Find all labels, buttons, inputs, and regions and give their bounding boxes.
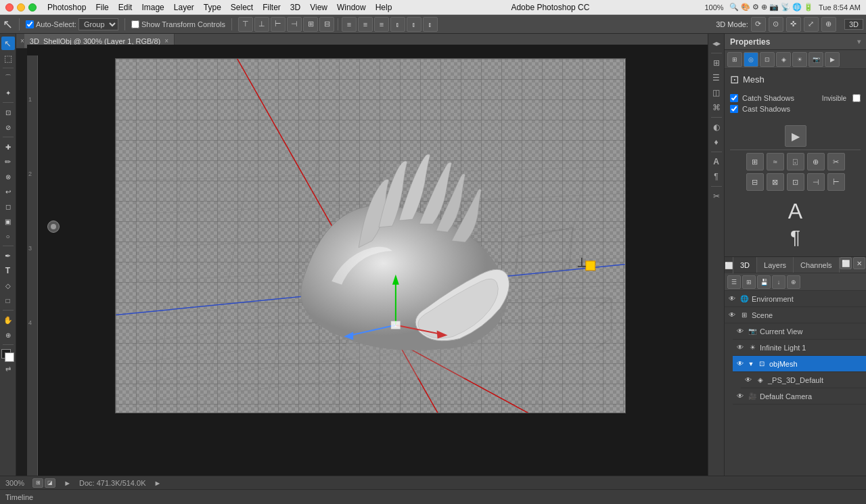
prop-3d-icon[interactable]: ◎ bbox=[744, 52, 758, 67]
menu-photoshop[interactable]: Photoshop bbox=[43, 1, 90, 14]
menu-image[interactable]: Image bbox=[137, 1, 168, 14]
selection-tool[interactable]: ⬚ bbox=[1, 51, 15, 65]
dist-hmid[interactable]: ⫾ bbox=[407, 17, 421, 32]
panel-toggle-btn[interactable]: ◀▶ bbox=[710, 37, 723, 50]
layer-obj-mesh[interactable]: 👁 ▼ ⊡ objMesh bbox=[733, 356, 866, 372]
icon-btn-8[interactable]: ⊡ bbox=[787, 173, 804, 191]
tab-layers[interactable]: Layers bbox=[757, 257, 794, 273]
menu-layer[interactable]: Layer bbox=[170, 1, 198, 14]
path-tool[interactable]: ◇ bbox=[1, 279, 15, 292]
maximize-button[interactable] bbox=[28, 3, 37, 12]
icon-btn-9[interactable]: ⊣ bbox=[807, 173, 825, 191]
icon-btn-4[interactable]: ⊕ bbox=[807, 153, 825, 170]
auto-select-checkbox[interactable] bbox=[26, 20, 34, 28]
icon-btn-6[interactable]: ⊟ bbox=[746, 173, 764, 191]
3d-rotate-btn[interactable]: ⟳ bbox=[751, 17, 766, 32]
dist-left[interactable]: ⫾ bbox=[390, 17, 405, 32]
icon-btn-10[interactable]: ⊢ bbox=[827, 173, 845, 191]
new-group-btn[interactable]: ⊞ bbox=[742, 275, 756, 289]
menu-filter[interactable]: Filter bbox=[258, 1, 285, 14]
menu-file[interactable]: File bbox=[91, 1, 112, 14]
view-indicator[interactable] bbox=[47, 221, 60, 233]
crop-tool[interactable]: ⊡ bbox=[1, 106, 15, 119]
layer-settings-btn[interactable]: ↓ bbox=[772, 275, 785, 289]
layer-default-camera[interactable]: 👁 🎥 Default Camera bbox=[733, 388, 866, 405]
swap-colors-icon[interactable]: ⇄ bbox=[5, 365, 11, 373]
dist-top[interactable]: ≡ bbox=[342, 17, 357, 32]
clone-tool[interactable]: ⊗ bbox=[1, 170, 15, 183]
menu-3d[interactable]: 3D bbox=[286, 1, 304, 14]
icon-btn-2[interactable]: ≈ bbox=[767, 153, 784, 170]
save-layers-btn[interactable]: 💾 bbox=[757, 275, 771, 289]
3d-scale-btn[interactable]: ⊕ bbox=[821, 17, 836, 32]
menu-edit[interactable]: Edit bbox=[114, 1, 137, 14]
dist-vmid[interactable]: ≡ bbox=[358, 17, 373, 32]
magic-wand-tool[interactable]: ✦ bbox=[1, 86, 15, 99]
pen-tool[interactable]: ✒ bbox=[1, 249, 15, 262]
3d-pan-btn[interactable]: ✜ bbox=[786, 17, 801, 32]
align-hmid[interactable]: ⊞ bbox=[303, 17, 318, 32]
icon-btn-3[interactable]: ⌺ bbox=[787, 153, 804, 170]
timeline-label[interactable]: Timeline bbox=[5, 493, 33, 501]
lasso-tool[interactable]: ⌒ bbox=[1, 71, 15, 85]
view-btn-2[interactable]: ◪ bbox=[45, 478, 55, 488]
auto-select-dropdown[interactable]: Group Layer bbox=[78, 18, 118, 30]
eye-environment[interactable]: 👁 bbox=[727, 294, 737, 304]
zoom-tool[interactable]: ⊕ bbox=[1, 328, 15, 342]
layer-infinite-light[interactable]: 👁 ☀ Infinite Light 1 bbox=[733, 340, 866, 356]
view-btn-1[interactable]: ⊞ bbox=[32, 478, 43, 488]
align-top[interactable]: ⊤ bbox=[238, 17, 253, 32]
layer-ps-3d-default[interactable]: 👁 ◈ _PS_3D_Default bbox=[741, 372, 866, 388]
prop-filter-icon[interactable]: ⊞ bbox=[727, 52, 742, 67]
filter-layers-btn[interactable]: ☰ bbox=[727, 275, 741, 289]
menu-view[interactable]: View bbox=[306, 1, 332, 14]
eye-infinite-light[interactable]: 👁 bbox=[735, 343, 745, 352]
color-picker[interactable] bbox=[1, 349, 15, 363]
catch-shadows-checkbox[interactable] bbox=[730, 94, 738, 102]
play-btn[interactable]: ▶ bbox=[785, 125, 806, 147]
3d-slide-btn[interactable]: ⤢ bbox=[804, 17, 819, 32]
prop-light-icon[interactable]: ☀ bbox=[792, 52, 807, 67]
prop-camera-icon[interactable]: 📷 bbox=[808, 52, 823, 67]
eyedropper-tool[interactable]: ⊘ bbox=[1, 120, 15, 134]
eye-scene[interactable]: 👁 bbox=[727, 311, 737, 320]
eye-ps-3d-default[interactable]: 👁 bbox=[744, 375, 753, 385]
progress-expand[interactable]: ► bbox=[154, 479, 162, 487]
eye-obj-mesh[interactable]: 👁 bbox=[735, 359, 745, 369]
heal-tool[interactable]: ✚ bbox=[1, 140, 15, 154]
layer-current-view[interactable]: 👁 📷 Current View bbox=[733, 323, 866, 340]
menu-type[interactable]: Type bbox=[200, 1, 225, 14]
channels-icon[interactable]: ◫ bbox=[710, 86, 723, 99]
dodge-tool[interactable]: ○ bbox=[1, 229, 15, 243]
move-tool[interactable]: ↖ bbox=[1, 37, 15, 50]
align-left[interactable]: ⊣ bbox=[287, 17, 302, 32]
3d-panel-icon[interactable]: ⊞ bbox=[710, 56, 723, 70]
close-button[interactable] bbox=[5, 3, 14, 12]
scissors-icon[interactable]: ✂ bbox=[710, 189, 723, 203]
icon-btn-1[interactable]: ⊞ bbox=[746, 153, 764, 170]
layer-plus-btn[interactable]: ⊕ bbox=[787, 275, 800, 289]
invisible-checkbox[interactable] bbox=[852, 94, 861, 102]
menu-window[interactable]: Window bbox=[333, 1, 370, 14]
cast-shadows-checkbox[interactable] bbox=[730, 105, 738, 113]
icon-btn-7[interactable]: ⊠ bbox=[767, 173, 784, 191]
prop-render-icon[interactable]: ▶ bbox=[825, 52, 840, 67]
expand-status[interactable]: ► bbox=[64, 479, 71, 487]
type-icon[interactable]: A bbox=[710, 155, 723, 168]
adjustments-icon[interactable]: ◐ bbox=[710, 120, 723, 134]
align-right[interactable]: ⊟ bbox=[319, 17, 334, 32]
dist-right[interactable]: ⫾ bbox=[423, 17, 438, 32]
close-panel-btn[interactable]: ✕ bbox=[853, 257, 865, 269]
layer-scene[interactable]: 👁 ⊞ Scene bbox=[725, 307, 866, 323]
paragraph-icon[interactable]: ¶ bbox=[710, 170, 723, 183]
layer-environment[interactable]: 👁 🌐 Environment bbox=[725, 291, 866, 307]
hand-tool[interactable]: ✋ bbox=[1, 313, 15, 327]
brush-tool[interactable]: ✏ bbox=[1, 155, 15, 168]
3d-roll-btn[interactable]: ⊙ bbox=[769, 17, 783, 32]
gradient-tool[interactable]: ▣ bbox=[1, 214, 15, 228]
styles-icon[interactable]: ♦ bbox=[710, 135, 723, 149]
tab-close-btn[interactable]: × bbox=[164, 37, 168, 45]
type-tool[interactable]: T bbox=[1, 264, 15, 277]
prop-material-icon[interactable]: ◈ bbox=[776, 52, 791, 67]
eraser-tool[interactable]: ◻ bbox=[1, 200, 15, 213]
